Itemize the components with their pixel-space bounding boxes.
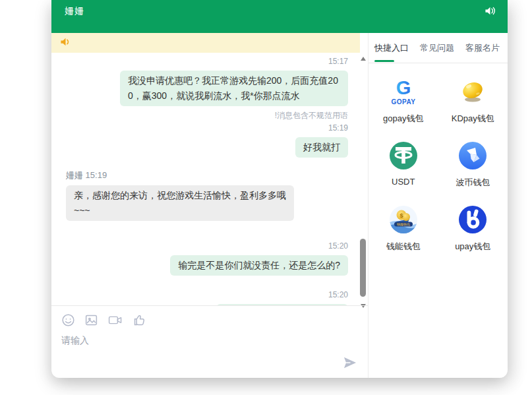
- wallet-label: upay钱包: [455, 241, 490, 253]
- notice-speaker-icon: [60, 37, 71, 49]
- svg-text:钱能钱包: 钱能钱包: [397, 222, 410, 227]
- wallet-item-usdt[interactable]: USDT: [388, 140, 419, 189]
- send-icon[interactable]: [343, 356, 357, 372]
- timestamp: 15:19: [66, 123, 348, 133]
- scrollbar-thumb[interactable]: [360, 239, 366, 297]
- timestamp: 15:17: [66, 57, 348, 66]
- agent-message: 亲，感谢您的来访，祝您游戏生活愉快，盈利多多哦~~~: [66, 185, 294, 221]
- scroll-up-icon[interactable]: [361, 57, 366, 61]
- video-icon[interactable]: [107, 313, 123, 330]
- chat-scrollbar[interactable]: [359, 57, 367, 308]
- bocoin-logo-icon: [458, 140, 488, 171]
- wallet-item-upay[interactable]: upay钱包: [455, 204, 490, 253]
- wallet-label: gopay钱包: [383, 113, 423, 125]
- sidebar-tabs: 快捷入口 常见问题 客服名片: [369, 33, 508, 63]
- svg-text:$: $: [399, 212, 403, 219]
- wallet-item-gopay[interactable]: G GOPAY gopay钱包: [383, 76, 423, 125]
- wallet-grid: G GOPAY gopay钱包: [369, 63, 508, 253]
- thumbs-up-icon[interactable]: [133, 313, 146, 330]
- wallet-label: 波币钱包: [456, 177, 490, 189]
- usdt-logo-icon: [388, 140, 419, 171]
- emoji-icon[interactable]: [61, 313, 75, 330]
- upay-logo-icon: [458, 204, 488, 235]
- notice-bar: [51, 33, 360, 53]
- chat-header: 姍姍: [51, 0, 508, 33]
- wallet-item-bocoin[interactable]: 波币钱包: [456, 140, 490, 189]
- tab-agent-card[interactable]: 客服名片: [465, 42, 500, 54]
- timestamp: 15:20: [66, 290, 348, 299]
- visitor-message: 我没申请优惠吧？我正常游戏先输200，后面充值200，赢300，就说我刷流水，我…: [120, 71, 348, 106]
- visitor-message: 好我就打: [295, 137, 348, 158]
- message-warning: !消息包含不规范用语: [66, 111, 348, 120]
- sidebar: 快捷入口 常见问题 客服名片 G GOPAY: [368, 33, 508, 378]
- gopay-logo-icon: G GOPAY: [388, 76, 419, 107]
- qianneng-logo-icon: $ 钱能钱包: [388, 204, 419, 235]
- composer: 请输入: [51, 305, 368, 378]
- message-input[interactable]: 请输入: [61, 335, 357, 347]
- page: 姍姍: [0, 0, 532, 395]
- wallet-item-qianneng[interactable]: $ 钱能钱包 钱能钱包: [386, 204, 421, 253]
- chat-column: 15:17 我没申请优惠吧？我正常游戏先输200，后面充值200，赢300，就说…: [51, 33, 368, 378]
- message-list: 15:17 我没申请优惠吧？我正常游戏先输200，后面充值200，赢300，就说…: [51, 53, 368, 305]
- timestamp: 15:20: [66, 241, 348, 251]
- tab-faq[interactable]: 常见问题: [420, 42, 454, 54]
- svg-text:G: G: [396, 77, 411, 98]
- tab-quick-entry[interactable]: 快捷入口: [374, 42, 409, 54]
- wallet-label: USDT: [392, 177, 415, 187]
- svg-text:GOPAY: GOPAY: [391, 98, 415, 106]
- chat-widget: 姍姍: [51, 0, 508, 378]
- agent-name: 姍姍: [65, 5, 84, 17]
- wallet-label: KDpay钱包: [452, 113, 494, 125]
- wallet-label: 钱能钱包: [386, 241, 421, 253]
- visitor-message: 输完是不是你们就没责任，还是怎么的?: [170, 255, 348, 276]
- agent-message-label: 姍姍 15:19: [66, 169, 348, 181]
- speaker-icon[interactable]: [485, 6, 496, 18]
- image-icon[interactable]: [84, 313, 98, 330]
- wallet-item-kdpay[interactable]: KDpay钱包: [452, 76, 494, 125]
- kdpay-logo-icon: [458, 76, 488, 107]
